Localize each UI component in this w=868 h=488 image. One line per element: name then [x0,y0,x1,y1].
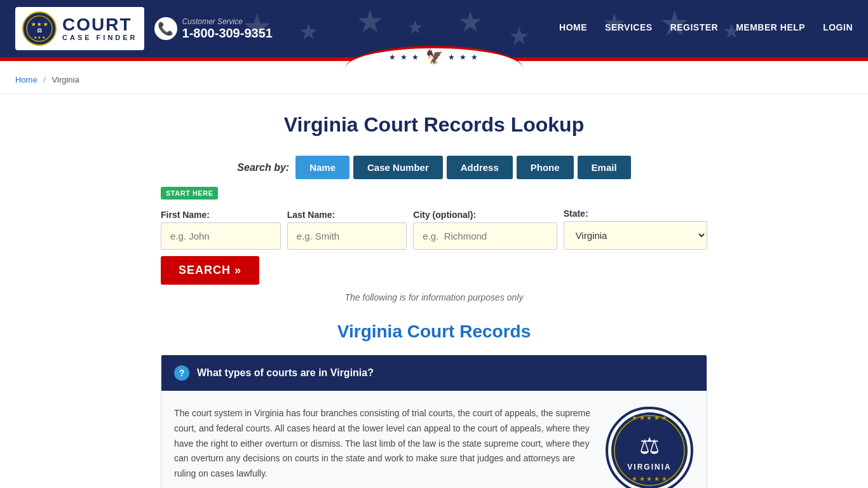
header-arch: ★ ★ ★ 🦅 ★ ★ ★ [345,46,523,69]
accordion-title: What types of courts are in Virginia? [197,367,374,379]
svg-text:⚖: ⚖ [37,27,42,34]
site-header: ★ ★ ★ ★ ★ ★ ★ ★ ★ ★ ★ ★ ⚖ ★ ★ ★ COURT CA… [0,0,868,57]
stars-right: ★ ★ ★ [448,53,480,62]
tab-email[interactable]: Email [578,156,631,179]
state-select[interactable]: Virginia AlabamaAlaskaArizona ArkansasCa… [564,221,707,250]
tab-address[interactable]: Address [447,156,513,179]
svg-text:★ ★ ★ ★ ★: ★ ★ ★ ★ ★ [632,475,667,482]
logo-text: COURT CASE FINDER [62,16,138,41]
phone-icon: 📞 [154,17,177,40]
svg-text:★ ★ ★: ★ ★ ★ [34,36,45,39]
virginia-seal-icon: ★ ★ ★ ★ ★ ⚖ VIRGINIA ★ ★ ★ ★ ★ [605,406,694,488]
last-name-label: Last Name: [287,210,407,220]
nav-services[interactable]: SERVICES [605,22,653,35]
first-name-input[interactable] [161,222,281,250]
cs-text: Customer Service 1-800-309-9351 [182,17,273,41]
nav-member-help[interactable]: MEMBER HELP [736,22,805,35]
customer-service: 📞 Customer Service 1-800-309-9351 [154,17,273,41]
header-arch-decoration: ★ ★ ★ 🦅 ★ ★ ★ [345,46,523,69]
header-nav: HOME SERVICES REGISTER MEMBER HELP LOGIN [559,22,853,35]
last-name-group: Last Name: [287,210,407,250]
eagle-icon: 🦅 [426,49,443,65]
page-title: Virginia Court Records Lookup [161,113,707,137]
logo-seal-icon: ★ ★ ★ ⚖ ★ ★ ★ [22,11,57,46]
accordion-text: The court system in Virginia has four br… [174,406,592,482]
search-button[interactable]: SEARCH » [161,256,259,285]
accordion-body: The court system in Virginia has four br… [161,391,707,488]
cs-label: Customer Service [182,17,273,26]
svg-text:★ ★ ★ ★ ★: ★ ★ ★ ★ ★ [632,414,667,421]
search-form: First Name: Last Name: City (optional): … [161,208,707,285]
main-content: Virginia Court Records Lookup Search by:… [148,94,720,488]
accordion-question-icon: ? [174,365,189,381]
first-name-group: First Name: [161,210,281,250]
tab-phone[interactable]: Phone [517,156,574,179]
start-here-container: START HERE [161,187,707,205]
breadcrumb-separator: / [43,75,46,85]
tab-name[interactable]: Name [295,156,349,179]
search-by-label: Search by: [237,162,289,173]
breadcrumb-current: Virginia [52,75,79,85]
logo-container[interactable]: ★ ★ ★ ⚖ ★ ★ ★ COURT CASE FINDER [15,7,144,50]
state-label: State: [564,208,707,219]
state-group: State: Virginia AlabamaAlaskaArizona Ark… [564,208,707,250]
svg-text:VIRGINIA: VIRGINIA [627,463,671,471]
first-name-label: First Name: [161,210,281,220]
section-title: Virginia Court Records [161,322,707,342]
tab-case-number[interactable]: Case Number [353,156,443,179]
nav-register[interactable]: REGISTER [670,22,719,35]
eagle-area: ★ ★ ★ 🦅 ★ ★ ★ [389,49,479,65]
svg-text:★ ★ ★: ★ ★ ★ [31,22,48,27]
city-group: City (optional): [413,210,557,250]
disclaimer: The following is for information purpose… [161,292,707,302]
accordion: ? What types of courts are in Virginia? … [161,355,707,488]
breadcrumb-home[interactable]: Home [15,75,37,85]
logo-court-label: COURT [62,16,138,34]
city-input[interactable] [413,222,557,250]
header-left: ★ ★ ★ ⚖ ★ ★ ★ COURT CASE FINDER 📞 Custom… [15,7,273,50]
last-name-input[interactable] [287,222,407,250]
start-here-badge: START HERE [161,187,218,200]
logo-case-finder-label: CASE FINDER [62,34,138,41]
svg-text:⚖: ⚖ [639,433,660,459]
nav-home[interactable]: HOME [559,22,587,35]
stars-left: ★ ★ ★ [389,53,421,62]
city-label: City (optional): [413,210,557,220]
breadcrumb: Home / Virginia [0,66,868,94]
search-by-row: Search by: Name Case Number Address Phon… [161,156,707,179]
cs-number: 1-800-309-9351 [182,26,273,41]
nav-login[interactable]: LOGIN [823,22,853,35]
accordion-header[interactable]: ? What types of courts are in Virginia? [161,355,707,391]
